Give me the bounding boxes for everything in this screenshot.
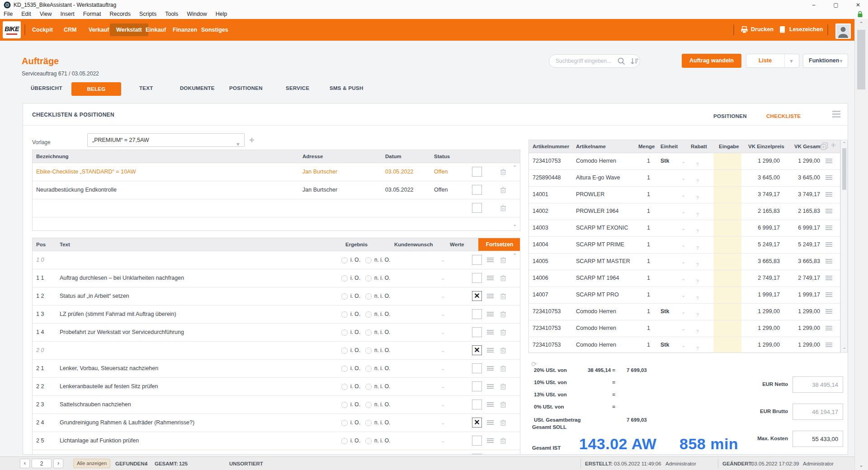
- position-row[interactable]: 723410753Comodo Herren1Stk⌄?1 299,001 29…: [529, 337, 840, 353]
- menu-item-format[interactable]: Format: [83, 11, 101, 17]
- position-row[interactable]: 725890448Altura E-go Wave1⌄?3 645,003 64…: [529, 169, 840, 187]
- position-row[interactable]: 14004SCARP MT PRIME1⌄?5 249,175 249,17: [529, 236, 840, 254]
- nav-item-crm[interactable]: CRM: [64, 19, 76, 41]
- chevron-down-icon[interactable]: ⌄: [441, 311, 445, 317]
- checklist-item-row[interactable]: 2 5Lichtanlage auf Funktion prüfeni. O.n…: [33, 432, 520, 450]
- scroll-up-icon[interactable]: ⌃: [513, 253, 517, 258]
- page-number-input[interactable]: [32, 459, 52, 468]
- checklist-checkbox[interactable]: [472, 167, 482, 177]
- scroll-down-icon[interactable]: ⌄: [842, 344, 846, 350]
- column-header[interactable]: Eingabe: [719, 140, 739, 153]
- position-row[interactable]: 723410753Comodo Herren1Stk⌄?1 299,001 29…: [529, 303, 840, 320]
- row-menu-icon[interactable]: [826, 208, 832, 214]
- column-header[interactable]: VK Einzelpreis: [748, 140, 784, 153]
- werte-checkbox[interactable]: [472, 273, 482, 283]
- position-row[interactable]: 14006SCARP MT 19641⌄?2 749,172 749,17: [529, 270, 840, 287]
- bike-logo[interactable]: BIKE: [3, 21, 21, 38]
- row-menu-icon[interactable]: [487, 275, 494, 281]
- chevron-down-icon[interactable]: ⌄: [441, 384, 445, 390]
- row-menu-icon[interactable]: [487, 329, 494, 335]
- user-avatar[interactable]: [835, 24, 851, 39]
- scroll-up-icon[interactable]: ⌃: [513, 164, 517, 170]
- nav-item-verkauf[interactable]: Verkauf: [89, 19, 109, 41]
- checklist-item-row[interactable]: 2 2Lenkeranbauteile auf festen Sitz prüf…: [33, 377, 520, 396]
- column-header[interactable]: Kundenwunsch: [394, 238, 433, 251]
- column-header[interactable]: Bezeichnung: [36, 150, 69, 163]
- checklist-item-row[interactable]: 1 2Status auf „in Arbeit“ setzeni. O.n. …: [33, 287, 520, 306]
- search-icon[interactable]: [618, 57, 625, 65]
- radio-nok[interactable]: [365, 311, 372, 318]
- nav-item-sonstiges[interactable]: Sonstiges: [201, 19, 228, 41]
- row-menu-icon[interactable]: [487, 257, 494, 263]
- chevron-down-icon[interactable]: ⌄: [681, 159, 685, 164]
- row-menu-icon[interactable]: [487, 311, 494, 317]
- checklist-item-row[interactable]: 2 3Sattelschrauben nachzieheni. O.n. i. …: [33, 395, 520, 414]
- chevron-down-icon[interactable]: ⌄: [681, 209, 685, 215]
- radio-nok[interactable]: [365, 275, 372, 282]
- row-menu-icon[interactable]: [826, 275, 832, 281]
- nav-item-werkstatt[interactable]: Werkstatt: [110, 24, 148, 36]
- chevron-down-icon[interactable]: ⌄: [441, 275, 445, 281]
- radio-ok[interactable]: [341, 329, 348, 336]
- sort-icon[interactable]: [630, 57, 639, 65]
- checklist-row[interactable]: Ebike-Checkliste „STANDARD“ = 10AWJan Bu…: [33, 163, 520, 181]
- row-menu-icon[interactable]: [826, 175, 832, 180]
- scrollbar-thumb[interactable]: [857, 30, 865, 89]
- chevron-down-icon[interactable]: ▼: [789, 58, 794, 64]
- scroll-down-icon[interactable]: ⌄: [513, 221, 517, 227]
- position-row[interactable]: 14005SCARP MT MASTER1⌄?3 665,833 665,83: [529, 253, 840, 270]
- checklist-item-row[interactable]: 1 0i. O.n. i. O.⌄: [33, 251, 520, 269]
- radio-nok[interactable]: [365, 420, 372, 426]
- checklist-item-row[interactable]: 1 3LZ prüfen (stimmt Fahrrad mit Auftrag…: [33, 305, 520, 324]
- radio-nok[interactable]: [365, 329, 372, 336]
- radio-ok[interactable]: [341, 275, 348, 282]
- tab-service[interactable]: SERVICE: [286, 85, 309, 91]
- netto-field[interactable]: [793, 376, 843, 393]
- column-header[interactable]: Einheit: [660, 140, 678, 153]
- checklist-checkbox[interactable]: [472, 203, 482, 213]
- nav-item-finanzen[interactable]: Finanzen: [173, 19, 197, 41]
- duplicate-position-icon[interactable]: [821, 142, 828, 150]
- search-input[interactable]: [549, 54, 640, 68]
- brutto-field[interactable]: [793, 404, 843, 420]
- radio-nok[interactable]: [365, 366, 372, 372]
- column-header[interactable]: Artikelnummer: [533, 140, 569, 153]
- row-menu-icon[interactable]: [826, 309, 832, 314]
- chevron-down-icon[interactable]: ⌄: [681, 259, 685, 265]
- nav-item-einkauf[interactable]: Einkauf: [146, 19, 166, 41]
- row-menu-icon[interactable]: [487, 348, 494, 353]
- radio-ok[interactable]: [341, 348, 348, 354]
- chevron-down-icon[interactable]: ⌄: [681, 292, 685, 298]
- view-toggle-positionen[interactable]: POSITIONEN: [713, 113, 747, 119]
- row-menu-icon[interactable]: [487, 293, 494, 299]
- chevron-down-icon[interactable]: ⌄: [441, 420, 445, 426]
- position-row[interactable]: 14007SCARP MT PRO1⌄?1 999,171 999,17: [529, 287, 840, 304]
- column-header[interactable]: Rabatt: [691, 140, 707, 153]
- trash-icon[interactable]: [500, 365, 506, 372]
- row-menu-icon[interactable]: [487, 420, 494, 425]
- column-header[interactable]: Adresse: [302, 150, 323, 163]
- view-toggle-checkliste[interactable]: CHECKLISTE: [766, 113, 801, 119]
- column-header[interactable]: Pos: [36, 238, 46, 251]
- radio-ok[interactable]: [341, 402, 348, 408]
- werte-checkbox[interactable]: ✕: [472, 345, 482, 355]
- menu-item-scripts[interactable]: Scripts: [139, 11, 156, 17]
- trash-icon[interactable]: [500, 205, 506, 212]
- add-checklist-icon[interactable]: +: [249, 135, 255, 146]
- tab-text[interactable]: TEXT: [139, 85, 153, 91]
- row-menu-icon[interactable]: [826, 158, 832, 164]
- menu-item-tools[interactable]: Tools: [165, 11, 178, 17]
- radio-nok[interactable]: [365, 402, 372, 408]
- column-header[interactable]: Datum: [385, 150, 401, 163]
- menu-item-edit[interactable]: Edit: [21, 11, 31, 17]
- row-menu-icon[interactable]: [826, 325, 832, 331]
- chevron-down-icon[interactable]: ⌄: [681, 276, 685, 282]
- row-menu-icon[interactable]: [826, 225, 832, 230]
- checklist-checkbox[interactable]: [472, 185, 482, 195]
- scroll-up-icon[interactable]: ⌃: [842, 141, 846, 147]
- row-menu-icon[interactable]: [826, 258, 832, 264]
- column-header[interactable]: Status: [434, 150, 450, 163]
- radio-nok[interactable]: [365, 293, 372, 300]
- column-header[interactable]: Menge: [638, 140, 655, 153]
- checklist-item-row[interactable]: 2 0i. O.n. i. O.⌄✕: [33, 341, 520, 360]
